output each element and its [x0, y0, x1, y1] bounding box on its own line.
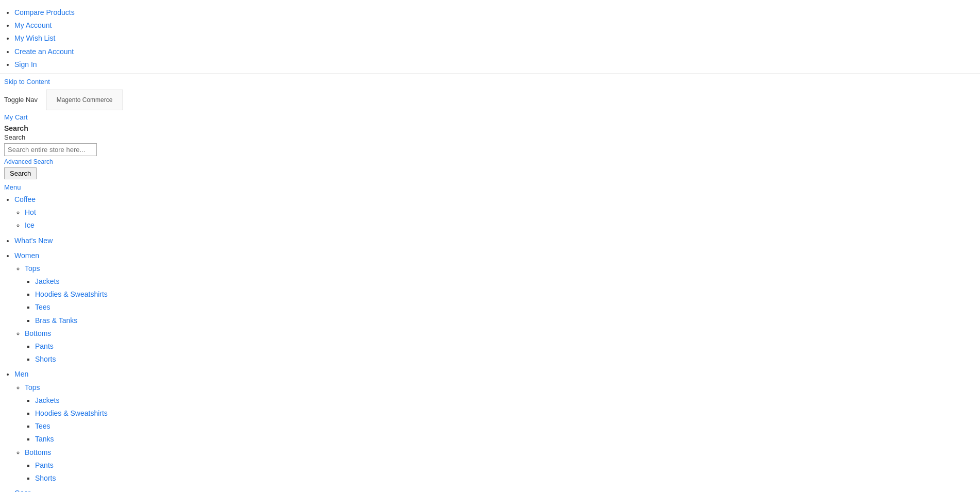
- nav-item-men-tees: Tees: [35, 420, 976, 433]
- my-wish-list-item: My Wish List: [14, 32, 976, 45]
- nav-menu: Coffee Hot Ice What's New Women Tops: [0, 193, 980, 492]
- logo-text: Magento Commerce: [57, 96, 113, 104]
- nav-link-women-tees[interactable]: Tees: [35, 303, 50, 311]
- create-account-item: Create an Account: [14, 45, 976, 58]
- nav-item-men-tops: Tops Jackets Hoodies & Sweatshirts Tees …: [25, 381, 976, 446]
- nav-item-men-shorts: Shorts: [35, 472, 976, 485]
- nav-link-men-shorts[interactable]: Shorts: [35, 474, 56, 482]
- nav-item-men-pants: Pants: [35, 459, 976, 472]
- nav-item-men: Men Tops Jackets Hoodies & Sweatshirts T…: [14, 368, 976, 485]
- nav-item-women-shorts: Shorts: [35, 353, 976, 366]
- nav-item-women-pants: Pants: [35, 340, 976, 353]
- nav-item-women-bottoms: Bottoms Pants Shorts: [25, 327, 976, 366]
- compare-products-item: Compare Products: [14, 6, 976, 19]
- skip-to-content-link[interactable]: Skip to Content: [0, 76, 980, 88]
- nav-item-ice: Ice: [25, 219, 976, 232]
- nav-item-women-hoodies: Hoodies & Sweatshirts: [35, 288, 976, 301]
- nav-link-women-hoodies[interactable]: Hoodies & Sweatshirts: [35, 290, 108, 298]
- nav-item-men-bottoms: Bottoms Pants Shorts: [25, 446, 976, 485]
- nav-link-women-shorts[interactable]: Shorts: [35, 355, 56, 363]
- nav-link-gear[interactable]: Gear: [14, 489, 30, 492]
- sign-in-item: Sign In: [14, 58, 976, 71]
- nav-item-whats-new: What's New: [14, 234, 976, 247]
- nav-item-women-bras-tanks: Bras & Tanks: [35, 314, 976, 327]
- my-cart-link[interactable]: My Cart: [0, 112, 980, 122]
- nav-item-men-jackets: Jackets: [35, 394, 976, 407]
- nav-link-women-bottoms[interactable]: Bottoms: [25, 329, 51, 337]
- nav-link-whats-new[interactable]: What's New: [14, 236, 53, 245]
- nav-link-men-tanks[interactable]: Tanks: [35, 435, 54, 443]
- my-account-item: My Account: [14, 19, 976, 32]
- nav-item-coffee: Coffee Hot Ice: [14, 193, 976, 232]
- my-account-link[interactable]: My Account: [14, 21, 52, 29]
- nav-link-men-tops[interactable]: Tops: [25, 383, 40, 392]
- create-account-link[interactable]: Create an Account: [14, 47, 74, 56]
- sign-in-link[interactable]: Sign In: [14, 60, 37, 69]
- logo: Magento Commerce: [46, 90, 123, 110]
- compare-products-link[interactable]: Compare Products: [14, 8, 75, 16]
- advanced-search-link[interactable]: Advanced Search: [4, 158, 976, 165]
- search-section: Search Search Advanced Search Search: [0, 122, 980, 181]
- nav-item-men-tanks: Tanks: [35, 433, 976, 446]
- nav-link-men-jackets[interactable]: Jackets: [35, 396, 59, 404]
- nav-item-men-hoodies: Hoodies & Sweatshirts: [35, 407, 976, 420]
- nav-item-women-tees: Tees: [35, 301, 976, 314]
- nav-link-men[interactable]: Men: [14, 370, 28, 378]
- nav-link-ice[interactable]: Ice: [25, 221, 35, 229]
- search-label: Search: [4, 133, 976, 141]
- nav-link-coffee[interactable]: Coffee: [14, 195, 36, 203]
- nav-link-men-hoodies[interactable]: Hoodies & Sweatshirts: [35, 409, 108, 417]
- logo-nav-row: Toggle Nav Magento Commerce: [0, 88, 980, 112]
- nav-link-men-tees[interactable]: Tees: [35, 422, 50, 430]
- nav-link-women-bras-tanks[interactable]: Bras & Tanks: [35, 316, 77, 325]
- nav-item-gear: Gear Bags Fitness Equipment Watches: [14, 487, 976, 492]
- nav-link-women-tops[interactable]: Tops: [25, 264, 40, 273]
- my-wish-list-link[interactable]: My Wish List: [14, 34, 55, 42]
- nav-link-men-bottoms[interactable]: Bottoms: [25, 448, 51, 456]
- nav-item-women: Women Tops Jackets Hoodies & Sweatshirts…: [14, 249, 976, 366]
- nav-item-hot: Hot: [25, 206, 976, 219]
- nav-link-women[interactable]: Women: [14, 251, 39, 260]
- search-button[interactable]: Search: [4, 167, 37, 179]
- menu-label[interactable]: Menu: [0, 181, 980, 193]
- search-heading: Search: [4, 124, 976, 132]
- nav-link-hot[interactable]: Hot: [25, 208, 36, 216]
- nav-item-women-tops: Tops Jackets Hoodies & Sweatshirts Tees …: [25, 262, 976, 327]
- toggle-nav-label: Toggle Nav: [4, 96, 38, 104]
- nav-item-women-jackets: Jackets: [35, 275, 976, 288]
- nav-link-women-pants[interactable]: Pants: [35, 342, 54, 350]
- nav-link-men-pants[interactable]: Pants: [35, 461, 54, 469]
- search-input[interactable]: [4, 143, 97, 156]
- top-bar: Compare Products My Account My Wish List…: [0, 4, 980, 74]
- nav-link-women-jackets[interactable]: Jackets: [35, 277, 59, 285]
